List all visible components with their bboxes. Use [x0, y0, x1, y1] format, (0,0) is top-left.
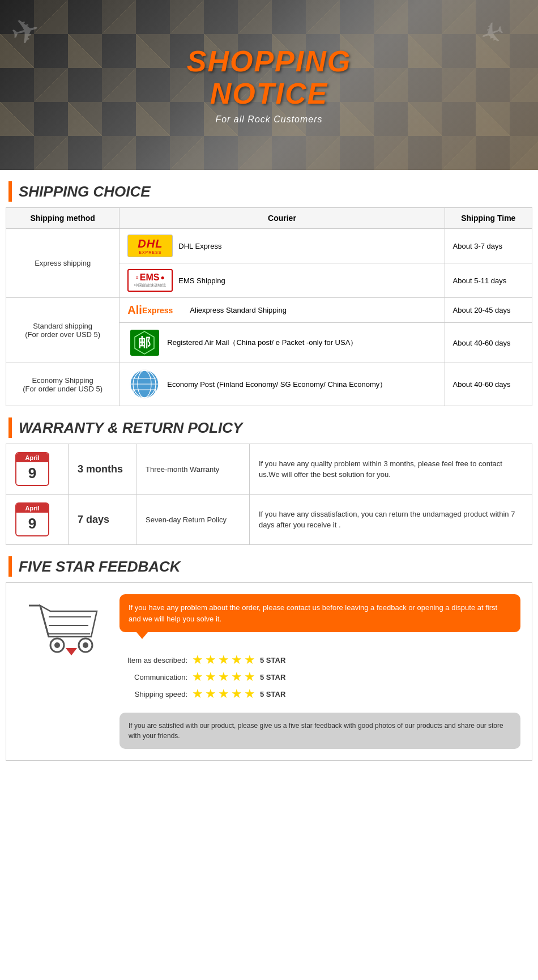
warranty-badge-cell: 3 months: [69, 444, 136, 495]
table-row: Express shipping DHL EXPRESS DHL Express…: [6, 229, 532, 263]
section-bar: [8, 181, 12, 202]
info-bubble: If you are satisfied with our product, p…: [119, 713, 520, 749]
star-icon: ★: [231, 653, 242, 667]
star-text-communication: 5 STAR: [260, 673, 285, 681]
cart-area: [18, 594, 108, 662]
star-icon: ★: [231, 670, 242, 684]
hero-content: SHOPPING NOTICE For all Rock Customers: [187, 45, 352, 125]
un-logo: [127, 369, 161, 400]
svg-point-16: [54, 642, 60, 648]
return-cal-cell: April 9: [6, 495, 69, 545]
svg-point-18: [83, 642, 88, 648]
star-icon: ★: [205, 687, 216, 701]
star-icon: ★: [231, 687, 242, 701]
un-time: About 40-60 days: [445, 363, 532, 406]
ali-name: Aliexpress Standard Shipping: [190, 306, 287, 314]
warranty-policy-cell: Three-month Warranty: [136, 444, 250, 495]
warranty-table: April 9 3 months Three-month Warranty If…: [6, 444, 532, 545]
star-icon: ★: [205, 653, 216, 667]
star-icon: ★: [244, 687, 255, 701]
ali-time: About 20-45 days: [445, 298, 532, 323]
feedback-bar: [8, 556, 12, 577]
rating-row-described: Item as described: ★ ★ ★ ★ ★ 5 STAR: [119, 653, 520, 667]
dhl-logo: DHL EXPRESS: [127, 235, 173, 257]
star-text-described: 5 STAR: [260, 656, 285, 664]
return-badge-cell: 7 days: [69, 495, 136, 545]
rating-label-described: Item as described:: [119, 656, 187, 664]
rating-label-communication: Communication:: [119, 673, 187, 681]
svg-text:邮: 邮: [138, 335, 151, 350]
ems-name: EMS Shipping: [178, 276, 225, 285]
shipping-section-header: SHIPPING CHOICE: [6, 181, 532, 202]
star-icon: ★: [218, 670, 229, 684]
warranty-section-header: WARRANTY & RETURN POLICY: [6, 417, 532, 438]
speech-text: If you have any problem about the order,…: [129, 603, 497, 623]
star-text-shipping: 5 STAR: [260, 690, 285, 698]
shipping-title: SHIPPING CHOICE: [19, 183, 151, 201]
feedback-inner: If you have any problem about the order,…: [18, 594, 520, 749]
return-desc-cell: If you have any dissatisfaction, you can…: [250, 495, 532, 545]
ems-courier: ≡ EMS ● 中国邮政速递物流 EMS Shipping: [119, 263, 445, 298]
star-icon: ★: [244, 670, 255, 684]
star-icon: ★: [218, 653, 229, 667]
economy-method: Economy Shipping(For order under USD 5): [6, 363, 119, 406]
warranty-desc-cell: If you have any quality problem within 3…: [250, 444, 532, 495]
chinapost-courier: 邮 Registered Air Mail（China post/ e Pack…: [119, 323, 445, 363]
un-name: Economy Post (Finland Economy/ SG Econom…: [167, 380, 387, 390]
un-courier: Economy Post (Finland Economy/ SG Econom…: [119, 363, 445, 406]
hero-title: SHOPPING NOTICE: [187, 45, 352, 110]
feedback-right: If you have any problem about the order,…: [119, 594, 520, 749]
feedback-title: FIVE STAR FEEDBACK: [19, 558, 181, 576]
rating-label-shipping: Shipping speed:: [119, 690, 187, 698]
table-row: April 9 7 days Seven-day Return Policy I…: [6, 495, 532, 545]
shipping-table: Shipping method Courier Shipping Time Ex…: [6, 207, 532, 406]
ems-logo: ≡ EMS ● 中国邮政速递物流: [127, 269, 173, 292]
chinapost-logo: 邮: [127, 329, 161, 357]
chinapost-time: About 40-60 days: [445, 323, 532, 363]
dhl-courier: DHL EXPRESS DHL Express: [119, 229, 445, 263]
ali-courier: AliExpress Aliexpress Standard Shipping: [119, 298, 445, 323]
ratings-area: Item as described: ★ ★ ★ ★ ★ 5 STAR Comm…: [119, 650, 520, 701]
feedback-box: If you have any problem about the order,…: [6, 582, 532, 761]
stars-described: ★ ★ ★ ★ ★: [192, 653, 255, 667]
cart-icon: [23, 594, 103, 662]
dhl-time: About 3-7 days: [445, 229, 532, 263]
feedback-section-header: FIVE STAR FEEDBACK: [6, 556, 532, 577]
rating-row-communication: Communication: ★ ★ ★ ★ ★ 5 STAR: [119, 670, 520, 684]
aliexpress-logo: AliExpress: [127, 304, 184, 317]
col-method: Shipping method: [6, 208, 119, 229]
svg-marker-19: [66, 648, 77, 655]
express-method: Express shipping: [6, 229, 119, 298]
chinapost-name: Registered Air Mail（China post/ e Packet…: [167, 338, 357, 348]
warranty-cal-cell: April 9: [6, 444, 69, 495]
star-icon: ★: [205, 670, 216, 684]
star-icon: ★: [192, 670, 203, 684]
calendar-7days: April 9: [15, 502, 49, 536]
hero-banner: ✈ ✈ SHOPPING NOTICE For all Rock Custome…: [0, 0, 538, 170]
speech-bubble: If you have any problem about the order,…: [119, 594, 520, 632]
warranty-bar: [8, 417, 12, 438]
return-policy-cell: Seven-day Return Policy: [136, 495, 250, 545]
col-courier: Courier: [119, 208, 445, 229]
col-time: Shipping Time: [445, 208, 532, 229]
calendar-3months: April 9: [15, 452, 49, 486]
star-icon: ★: [192, 687, 203, 701]
star-icon: ★: [218, 687, 229, 701]
star-icon: ★: [192, 653, 203, 667]
warranty-title: WARRANTY & RETURN POLICY: [19, 419, 242, 437]
stars-communication: ★ ★ ★ ★ ★: [192, 670, 255, 684]
dhl-name: DHL Express: [178, 242, 221, 250]
table-row: Economy Shipping(For order under USD 5): [6, 363, 532, 406]
standard-method: Standard shipping(For order over USD 5): [6, 298, 119, 363]
ems-time: About 5-11 days: [445, 263, 532, 298]
star-icon: ★: [244, 653, 255, 667]
stars-shipping: ★ ★ ★ ★ ★: [192, 687, 255, 701]
info-text: If you are satisfied with our product, p…: [129, 722, 503, 740]
hero-subtitle: For all Rock Customers: [187, 114, 352, 125]
table-row: Standard shipping(For order over USD 5) …: [6, 298, 532, 323]
rating-row-shipping: Shipping speed: ★ ★ ★ ★ ★ 5 STAR: [119, 687, 520, 701]
table-row: April 9 3 months Three-month Warranty If…: [6, 444, 532, 495]
